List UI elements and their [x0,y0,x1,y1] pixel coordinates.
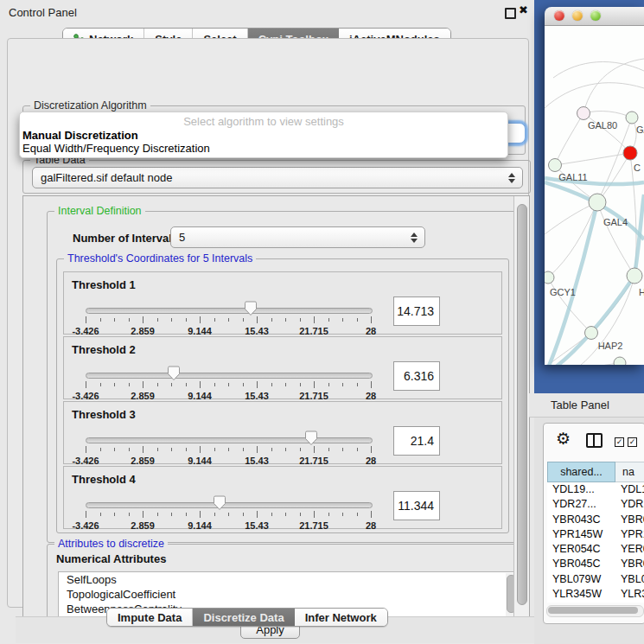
threshold-slider[interactable]: -3.4262.8599.14415.4321.71528 [86,305,371,331]
network-edge[interactable] [583,112,632,118]
number-of-intervals-combobox[interactable]: 5 [170,226,425,248]
checkbox-icon[interactable]: ✓ [615,437,624,447]
threshold-slider[interactable]: -3.4262.8599.14415.4321.71528 [86,500,371,526]
network-canvas[interactable]: GAL80GACGAL11GAL4GCY1HHAP2 [545,26,644,365]
zoom-traffic-light[interactable] [590,10,601,21]
network-edge[interactable] [555,113,583,165]
algorithm-dropdown-popup: Select algorithm to view settings Manual… [19,112,508,158]
tick-mark [342,448,343,451]
minimize-traffic-light[interactable] [572,10,583,21]
settings-scrollpane: Interval Definition Number of Intervals … [22,195,530,617]
network-edge[interactable] [555,153,630,165]
table-row[interactable]: YDR27...YDR2 [547,497,644,512]
float-window-icon[interactable] [505,8,516,19]
tick-mark [114,448,115,451]
tick-label: 9.144 [188,391,212,401]
tick-mark [228,513,229,516]
tick-mark [171,383,172,386]
slider-thumb[interactable] [213,495,226,511]
slider-thumb[interactable] [167,366,181,381]
table-row[interactable]: YER054CYER0 [547,542,644,557]
threshold-row: Threshold 1-3.4262.8599.14415.4321.71528… [63,271,502,335]
gal4-node[interactable] [589,194,606,211]
tick-label: 15.43 [245,520,269,531]
node-label: GCY1 [550,287,576,297]
table-row[interactable]: YDL19...YDL1 [547,482,644,497]
tick-mark [371,446,372,453]
column-header-name[interactable]: na [615,462,644,482]
table-row[interactable]: YIL052CYIL0 [547,602,644,603]
checkbox-icon[interactable]: ✓ [628,437,637,447]
network-edge[interactable] [553,62,644,78]
list-item[interactable]: TopologicalCoefficient [59,587,517,602]
tick-mark [357,448,358,451]
scrollbar-thumb[interactable] [517,204,527,605]
tick-mark [171,318,172,322]
network-edge[interactable] [583,113,630,153]
threshold-value-field[interactable]: 14.713 [393,296,440,326]
tick-mark [243,513,244,516]
tab-discretize-data[interactable]: Discretize Data [193,609,294,626]
table-row[interactable]: YBL079WYBL0 [547,572,644,587]
numerical-attributes-label: Numerical Attributes [56,552,166,565]
tick-mark [328,318,329,322]
cyni-mode-tabs: Impute Data Discretize Data Infer Networ… [106,608,388,627]
tick-mark [86,511,86,518]
slider-thumb[interactable] [304,430,318,446]
tab-infer-network[interactable]: Infer Network [295,609,387,626]
table-row[interactable]: YBR043CYBR0 [547,513,644,527]
node-label: H [639,287,644,297]
tick-mark [371,381,372,388]
table-row[interactable]: YBR045CYBR0 [547,557,644,571]
tick-label: 21.715 [299,326,328,336]
threshold-value-field[interactable]: 21.4 [393,426,440,456]
option-equal-width-frequency[interactable]: Equal Width/Frequency Discretization [20,142,507,155]
tick-mark [371,511,372,518]
network-edge[interactable] [545,83,644,108]
close-icon[interactable]: ✖ [519,3,528,16]
tick-mark [143,381,143,388]
bottom-node[interactable] [614,357,626,365]
threshold-slider[interactable]: -3.4262.8599.14415.4321.71528 [86,370,371,396]
tab-impute-data[interactable]: Impute Data [107,609,193,626]
tick-mark [200,381,201,388]
table-panel-header: Table Panel [529,393,644,418]
threshold-slider[interactable]: -3.4262.8599.14415.4321.71528 [86,435,371,461]
gal80-node[interactable] [577,107,590,120]
threshold-row: Threshold 3-3.4262.8599.14415.4321.71528… [63,401,502,464]
hap2-node[interactable] [585,327,598,340]
network-window-titlebar[interactable] [545,7,644,26]
node-label: GAL11 [558,172,587,182]
tick-mark [171,448,172,451]
threshold-value-field[interactable]: 11.344 [393,491,440,520]
settings-scrollbar[interactable] [513,196,529,616]
scrollbar-thumb[interactable] [548,607,638,614]
table-hscrollbar[interactable] [546,605,644,617]
table-row[interactable]: YPR145WYPR1 [547,527,644,542]
column-header-shared-name[interactable]: shared... [547,462,615,482]
tick-mark [143,316,143,323]
list-item[interactable]: SelfLoops [59,572,517,587]
table-row[interactable]: YLR345WYLR3 [547,587,644,602]
gal11-node[interactable] [549,159,562,172]
gear-icon[interactable]: ⚙ [556,430,571,449]
top-right-node[interactable] [626,112,638,124]
threshold-row: Threshold 2-3.4262.8599.14415.4321.71528… [63,336,502,399]
split-columns-icon[interactable] [586,433,603,448]
tick-label: 21.715 [299,520,328,531]
right-node[interactable] [627,268,642,284]
close-traffic-light[interactable] [554,10,564,21]
discretization-algorithm-title: Discretization Algorithm [30,99,150,112]
tick-mark [171,513,172,516]
gcy1-node[interactable] [545,271,554,284]
table-data-combobox[interactable]: galFiltered.sif default node [32,167,523,188]
threshold-value-field[interactable]: 6.316 [393,361,440,391]
option-manual-discretization[interactable]: Manual Discretization [20,129,507,142]
red-node[interactable] [623,146,637,160]
tick-mark [228,383,229,386]
tick-mark [257,511,258,518]
tick-mark [186,513,187,516]
tick-mark [342,513,343,516]
network-edge-thick[interactable] [546,202,597,365]
slider-thumb[interactable] [244,301,258,316]
